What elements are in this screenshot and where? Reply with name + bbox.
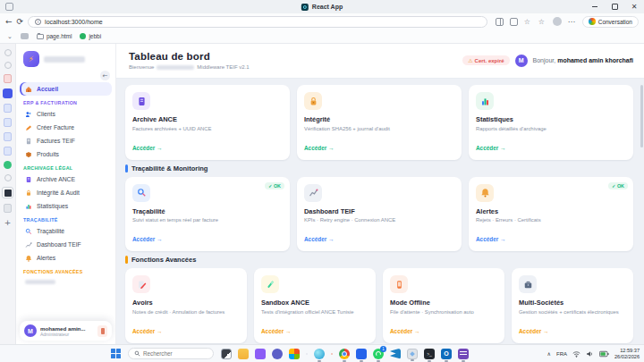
sidebar-item-tracabilite[interactable]: Traçabilité	[20, 224, 112, 238]
pen-icon	[25, 124, 32, 131]
rail-tab-selected-icon[interactable]	[2, 187, 13, 198]
rail-tab-doc-icon[interactable]	[4, 147, 12, 156]
rail-tab-doc-icon[interactable]	[4, 204, 12, 213]
browser-menu-icon[interactable]: ⋯	[568, 18, 576, 26]
acceder-link[interactable]: Accéder →	[132, 145, 162, 151]
scrollbar[interactable]	[640, 85, 643, 147]
acceder-link[interactable]: Accéder →	[519, 328, 548, 334]
card-alertes[interactable]: ✓ OK Alertes Rejets · Erreurs · Certific…	[469, 177, 633, 252]
sidebar-collapse-button[interactable]: ←	[100, 71, 110, 80]
acceder-link[interactable]: Accéder →	[304, 236, 334, 242]
rail-tab-doc-icon[interactable]	[4, 74, 12, 83]
terminal-icon[interactable]: >_	[424, 349, 435, 359]
battery-icon[interactable]	[599, 350, 609, 358]
card-multi-societes[interactable]: Multi-Sociétés Gestion sociétés + certif…	[512, 268, 633, 343]
tray-expand-icon[interactable]: ∧	[547, 350, 551, 357]
sidebar-item-clients[interactable]: Clients	[20, 107, 112, 121]
acceder-link[interactable]: Accéder →	[132, 236, 162, 242]
bookmark-jebbi[interactable]: jebbi	[80, 33, 101, 39]
rail-tab-globe-icon[interactable]	[4, 62, 12, 69]
sidebar-item-alertes[interactable]: Alertes	[20, 251, 112, 265]
archive-icon	[132, 92, 150, 110]
teams-icon[interactable]	[272, 349, 283, 359]
sidebar-item-produits[interactable]: Produits	[20, 147, 112, 161]
start-button[interactable]	[111, 349, 121, 358]
sidebar-item-partial[interactable]	[20, 276, 112, 287]
browser-tab[interactable]: React App	[301, 4, 343, 11]
wifi-icon[interactable]	[572, 350, 580, 358]
card-avoirs[interactable]: Avoirs Notes de crédit · Annulation de f…	[125, 268, 247, 343]
movies-app-icon[interactable]	[356, 349, 367, 359]
minimize-button[interactable]	[585, 0, 605, 13]
sidebar-item-accueil[interactable]: Accueil	[20, 82, 112, 96]
split-screen-icon[interactable]	[496, 18, 504, 26]
sidebar-item-integrite-audit[interactable]: Intégrité & Audit	[20, 186, 112, 199]
browser-profile-avatar[interactable]	[553, 17, 562, 26]
volume-icon[interactable]	[586, 350, 594, 358]
sidebar-item-archive-ance[interactable]: Archive ANCE	[20, 173, 112, 186]
section-accent-bar	[125, 256, 128, 264]
search-input[interactable]	[143, 350, 209, 357]
sidebar-toggle-icon[interactable]	[21, 33, 29, 39]
collections-icon[interactable]: ☆	[538, 18, 547, 26]
threed-viewer-icon[interactable]	[407, 349, 418, 359]
back-icon[interactable]: ←	[5, 18, 13, 26]
file-explorer-icon[interactable]	[238, 349, 249, 359]
lock-icon	[25, 189, 32, 197]
swirl-app-icon[interactable]	[314, 349, 325, 359]
edge-vertical-tab-rail: +	[0, 44, 16, 344]
rail-tab-globe-icon[interactable]	[4, 174, 12, 181]
site-info-icon[interactable]: i	[35, 19, 41, 25]
close-button[interactable]: ✕	[624, 0, 644, 13]
favorite-star-icon[interactable]: ☆	[524, 18, 532, 26]
acceder-link[interactable]: Accéder →	[304, 145, 334, 151]
card-mode-offline[interactable]: Mode Offline File d'attente · Synchronis…	[383, 268, 504, 343]
acceder-link[interactable]: Accéder →	[476, 236, 505, 242]
sidebar-item-statistiques[interactable]: Statistiques	[20, 199, 112, 213]
pgadmin-icon[interactable]	[458, 349, 469, 359]
whatsapp-icon[interactable]: 1	[373, 349, 384, 359]
taskbar-search[interactable]	[128, 348, 214, 359]
acceder-link[interactable]: Accéder →	[261, 328, 291, 334]
bookmark-page-html[interactable]: page.html	[37, 33, 72, 39]
warning-icon: ⚠	[468, 57, 472, 63]
rail-tab-doc-icon[interactable]	[4, 118, 12, 127]
sidebar-item-dashboard-teif[interactable]: Dashboard TEIF	[20, 238, 112, 251]
sidebar-item-creer-facture[interactable]: Créer Facture	[20, 121, 112, 134]
task-view-icon[interactable]	[221, 349, 232, 359]
card-archive-ance[interactable]: Archive ANCE Factures archivées + UUID A…	[125, 85, 290, 160]
card-integrite[interactable]: Intégrité Vérification SHA256 + journal …	[297, 85, 462, 160]
acceder-link[interactable]: Accéder →	[132, 328, 162, 334]
maximize-button[interactable]	[605, 0, 624, 13]
new-tab-plus-icon[interactable]: +	[4, 218, 12, 227]
chrome-icon[interactable]	[339, 349, 350, 359]
sidebar-item-factures-teif[interactable]: Factures TEIF	[20, 134, 112, 147]
acceder-link[interactable]: Accéder →	[390, 328, 419, 334]
focused-app-highlight[interactable]	[331, 353, 333, 355]
outlook-icon[interactable]: O	[441, 349, 452, 359]
conversation-button[interactable]: Conversation	[582, 16, 639, 28]
card-sandbox-ance[interactable]: Sandbox ANCE Tests d'intégration officie…	[254, 268, 376, 343]
language-indicator[interactable]: FRA	[556, 351, 567, 357]
taskbar-clock[interactable]: 12:59:37 26/02/2026	[614, 348, 640, 360]
user-chip[interactable]: M mohamed amin... Administrateur	[20, 321, 112, 341]
logout-button[interactable]	[97, 325, 107, 337]
microsoft-store-icon[interactable]	[289, 349, 300, 359]
refresh-icon[interactable]: ⟳	[17, 18, 24, 26]
card-dashboard-teif[interactable]: Dashboard TEIF KPIs · Retry engine · Con…	[297, 177, 462, 252]
rail-tab-active-icon[interactable]	[3, 88, 13, 98]
rail-tab-green-icon[interactable]	[4, 161, 12, 169]
card-tracabilite[interactable]: ✓ OK Traçabilité Suivi statut en temps r…	[125, 177, 290, 252]
rail-tab-globe-icon[interactable]	[4, 49, 12, 56]
edge-active-highlight[interactable]	[306, 353, 308, 355]
workspace-icon[interactable]	[5, 3, 13, 11]
vscode-icon[interactable]	[390, 349, 401, 359]
rail-tab-doc-icon[interactable]	[4, 132, 12, 141]
mail-icon[interactable]	[255, 349, 266, 359]
rail-tab-doc-icon[interactable]	[4, 104, 12, 113]
address-bar[interactable]: i localhost:3000/home	[28, 16, 487, 28]
chevron-down-icon[interactable]: ⌄	[7, 33, 13, 40]
translate-icon[interactable]	[510, 18, 518, 26]
acceder-link[interactable]: Accéder →	[476, 145, 505, 151]
card-statistiques[interactable]: Statistiques Rapports détaillés d'archiv…	[469, 85, 633, 160]
